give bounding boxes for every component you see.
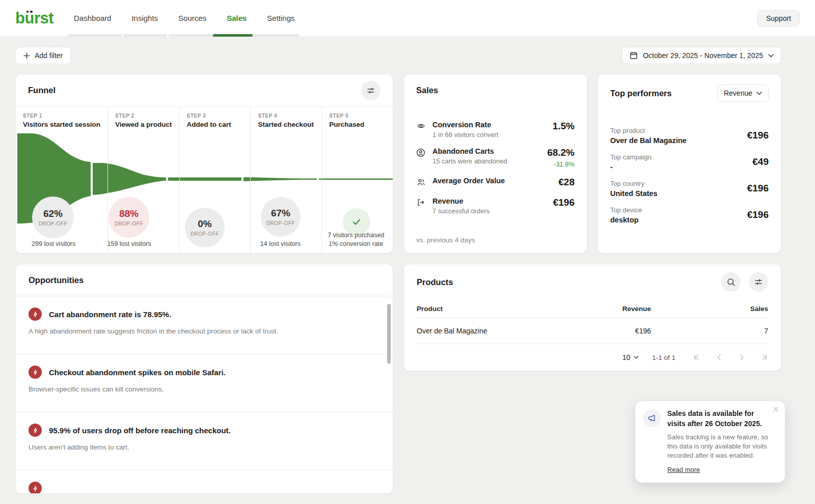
dropoff-percent: 0%	[198, 218, 211, 230]
metric-selector-dropdown[interactable]: Revenue	[717, 85, 769, 102]
bolt-icon	[32, 369, 39, 376]
metric-average-order-value: Average Order Value €28	[416, 177, 575, 188]
lost-visitors-note: 299 lost visitors	[16, 240, 91, 247]
metric-label: Revenue	[432, 197, 553, 205]
nav-item-sources[interactable]: Sources	[178, 14, 206, 22]
funnel-title: Funnel	[28, 86, 56, 95]
notification-toast: Sales data is available for visits after…	[635, 401, 785, 483]
step-label: Viewed a product	[115, 121, 172, 128]
page-size-selector[interactable]: 10	[622, 353, 639, 361]
cell-revenue: €196	[595, 327, 651, 335]
metric-revenue: Revenue 7 successful orders €196	[416, 197, 575, 215]
opportunities-title: Opportunities	[29, 275, 84, 285]
products-settings-button[interactable]	[749, 272, 768, 292]
table-row[interactable]: Over de Bal Magazine €196 7	[417, 318, 768, 344]
active-tab-indicator	[213, 34, 253, 37]
page-size-value: 10	[622, 353, 631, 361]
products-pagination: 10 1-1 of 1	[417, 344, 768, 371]
first-page-button[interactable]	[693, 353, 701, 361]
bolt-icon	[32, 485, 39, 492]
check-icon	[351, 216, 362, 228]
last-page-button[interactable]	[760, 353, 768, 361]
top-device-row: Top device desktop €196	[610, 202, 769, 228]
column-revenue[interactable]: Revenue	[595, 305, 651, 313]
close-icon[interactable]	[773, 406, 779, 412]
export-icon	[416, 198, 425, 207]
step-label: Visitors started session	[23, 121, 100, 128]
nav-item-settings[interactable]: Settings	[267, 14, 294, 22]
eye-icon	[416, 122, 426, 130]
top-campaign-row: Top campaign - €49	[610, 149, 769, 175]
chevron-down-icon	[768, 54, 774, 58]
top-row-value: €49	[752, 156, 769, 167]
top-row-name: United States	[610, 189, 658, 198]
opportunity-item: Cart abandonment rate is 78.95%. A high …	[16, 296, 393, 354]
top-performers-title: Top performers	[610, 89, 672, 98]
previous-page-button[interactable]	[715, 353, 723, 361]
top-row-label: Top country	[610, 180, 658, 187]
top-row-value: €196	[747, 183, 769, 194]
products-search-button[interactable]	[721, 272, 741, 292]
nav-item-insights[interactable]: Insights	[131, 14, 158, 22]
opportunity-badge	[29, 366, 42, 379]
pagination-range-label: 1-1 of 1	[652, 354, 675, 361]
comparison-footnote: vs. previous 4 days	[416, 236, 475, 244]
next-page-button[interactable]	[738, 353, 746, 361]
purchased-note: 7 visitors purchased	[318, 232, 393, 239]
step-label: Purchased	[329, 121, 386, 128]
support-button[interactable]: Support	[757, 10, 800, 26]
step-tag: STEP 5	[329, 113, 386, 119]
nav-item-sales[interactable]: Sales	[227, 14, 247, 22]
dropoff-caption: DROP-OFF	[115, 221, 143, 227]
read-more-link[interactable]: Read more	[667, 466, 700, 473]
dropoff-percent: 67%	[271, 208, 290, 219]
products-card: Products Product Revenue Sales Over de B…	[403, 264, 781, 371]
opportunity-item	[16, 470, 393, 494]
column-sales[interactable]: Sales	[651, 305, 768, 313]
step-label: Started checkout	[258, 121, 314, 128]
date-range-picker[interactable]: October 29, 2025 - November 1, 2025	[622, 47, 781, 64]
dropoff-percent: 88%	[119, 208, 139, 219]
dropoff-caption: DROP-OFF	[191, 231, 219, 237]
dropoff-bubble-step4: 67% DROP-OFF	[261, 197, 301, 237]
toast-body: Sales tracking is a new feature, so this…	[667, 433, 777, 460]
opportunity-item: Checkout abandonment spikes on mobile Sa…	[16, 354, 393, 412]
metric-conversion-rate: Conversion Rate 1 in 68 visitors convert…	[416, 121, 575, 138]
megaphone-icon	[643, 409, 661, 427]
brand-logo[interactable]: burst	[15, 9, 53, 27]
sales-card: Sales Conversion Rate 1 in 68 visitors c…	[403, 74, 587, 254]
logo-umlaut-dots	[26, 11, 33, 13]
funnel-settings-button[interactable]	[361, 81, 381, 100]
conversion-note: 1% conversion rate	[318, 240, 393, 247]
nav-item-dashboard[interactable]: Dashboard	[74, 14, 111, 22]
plus-icon	[23, 52, 30, 59]
top-performers-card: Top performers Revenue Top product Over …	[597, 74, 781, 254]
opportunity-item: 95.9% of users drop off before reaching …	[16, 412, 393, 470]
top-row-name: -	[610, 163, 651, 171]
opportunities-list[interactable]: Cart abandonment rate is 78.95%. A high …	[16, 296, 393, 494]
cell-sales: 7	[651, 327, 768, 335]
funnel-chart: STEP 1 Visitors started session STEP 2 V…	[16, 106, 393, 254]
opportunity-title: Checkout abandonment spikes on mobile Sa…	[49, 368, 226, 377]
metric-subtext: 7 successful orders	[432, 207, 553, 215]
step-tag: STEP 1	[23, 113, 100, 119]
scrollbar-thumb[interactable]	[387, 304, 391, 363]
metric-label: Average Order Value	[432, 177, 558, 185]
metric-subtext: 1 in 68 visitors convert	[432, 131, 553, 138]
top-product-row: Top product Over de Bal Magazine €196	[610, 122, 769, 149]
column-product[interactable]: Product	[417, 305, 595, 313]
top-row-name: desktop	[610, 216, 642, 224]
calendar-icon	[630, 51, 638, 60]
dropoff-bubble-step3: 0% DROP-OFF	[185, 208, 225, 247]
add-filter-button[interactable]: Add filter	[15, 47, 71, 64]
top-row-label: Top campaign	[610, 153, 651, 161]
opportunity-description: Browser-specific issues can kill convers…	[29, 385, 380, 393]
user-circle-icon	[416, 148, 425, 157]
metric-label: Conversion Rate	[432, 121, 553, 129]
opportunities-card: Opportunities Cart abandonment rate is 7…	[15, 264, 393, 494]
bolt-icon	[32, 311, 39, 318]
chevron-down-icon	[756, 92, 762, 95]
sales-title: Sales	[416, 86, 438, 95]
date-range-label: October 29, 2025 - November 1, 2025	[643, 51, 763, 60]
chevron-down-icon	[634, 356, 639, 359]
